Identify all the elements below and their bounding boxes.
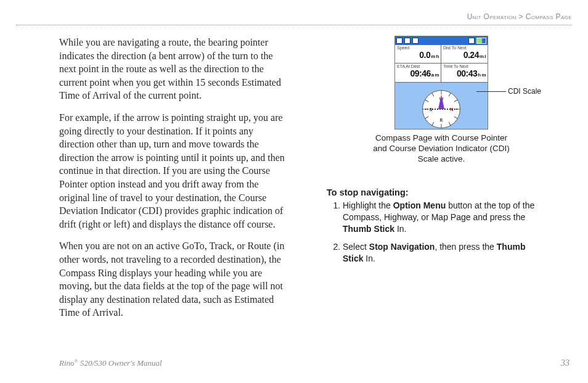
compass-dial: N S E W xyxy=(422,90,460,128)
field-dist-to-next: Dist To Next 0.24m i xyxy=(441,45,488,64)
field-time-value: 00:43h m xyxy=(443,69,486,78)
signal-icon xyxy=(468,38,475,44)
cardinal-e: E xyxy=(438,117,444,121)
tool-icon-1 xyxy=(404,38,410,44)
instruction-step-1: Highlight the Option Menu button at the … xyxy=(343,200,542,235)
callout-leader-line xyxy=(476,91,506,92)
field-speed: Speed 0.0m h xyxy=(395,45,441,64)
compass-ring-area: N S E W xyxy=(395,89,488,129)
compass-page-screenshot: Speed 0.0m h Dist To Next 0.24m i ETA At… xyxy=(394,36,488,130)
field-eta-at-dest: ETA At Dest 09:46a m xyxy=(395,64,441,82)
footer-page-number: 33 xyxy=(561,358,570,368)
instructions-block: To stop navigating: Highlight the Option… xyxy=(327,187,542,270)
compass-tick xyxy=(449,93,451,97)
compass-tick xyxy=(441,124,442,128)
data-fields-grid: Speed 0.0m h Dist To Next 0.24m i ETA At… xyxy=(395,45,488,83)
paragraph-3: When you are not on an active GoTo, Trac… xyxy=(59,239,288,319)
compass-tick xyxy=(449,122,451,126)
field-dist-label: Dist To Next xyxy=(443,46,486,50)
breadcrumb-section: Unit Operation xyxy=(467,12,517,21)
instructions-heading: To stop navigating: xyxy=(327,187,542,197)
field-eta-value: 09:46a m xyxy=(397,69,439,78)
compass-tick xyxy=(454,117,458,119)
figure-caption: Compass Page with Course Pointer and Cou… xyxy=(370,133,513,165)
instruction-step-2: Select Stop Navigation, then press the T… xyxy=(343,241,542,265)
field-time-to-next: Time To Next 00:43h m xyxy=(441,64,488,82)
breadcrumb-sep: > xyxy=(517,12,526,21)
paragraph-1: While you are navigating a route, the be… xyxy=(59,36,288,102)
compass-tick xyxy=(432,93,435,97)
body-text-column: While you are navigating a route, the be… xyxy=(59,36,288,328)
battery-icon xyxy=(476,38,486,44)
course-pointer-needle xyxy=(438,94,444,109)
tool-icon-2 xyxy=(412,38,419,44)
paragraph-2: For example, if the arrow is pointing st… xyxy=(59,111,288,231)
compass-tick xyxy=(432,122,435,126)
field-eta-label: ETA At Dest xyxy=(397,64,439,68)
compass-tick xyxy=(425,100,429,102)
breadcrumb-page: Compass Page xyxy=(526,12,572,21)
field-speed-label: Speed xyxy=(397,46,439,50)
manual-page: Unit Operation > Compass Page While you … xyxy=(0,0,588,383)
compass-tick xyxy=(425,117,429,119)
callout-cdi-scale: CDI Scale xyxy=(508,87,541,96)
device-title-bar xyxy=(395,36,488,45)
compass-tick xyxy=(454,100,458,102)
header-divider xyxy=(16,25,572,25)
breadcrumb: Unit Operation > Compass Page xyxy=(467,12,572,21)
instructions-list: Highlight the Option Menu button at the … xyxy=(327,200,542,264)
field-time-label: Time To Next xyxy=(443,64,486,68)
menu-icon xyxy=(396,38,402,44)
field-dist-value: 0.24m i xyxy=(443,51,486,59)
field-speed-value: 0.0m h xyxy=(397,51,439,59)
footer-product-name: Rino® 520/530 Owner's Manual xyxy=(59,358,162,368)
